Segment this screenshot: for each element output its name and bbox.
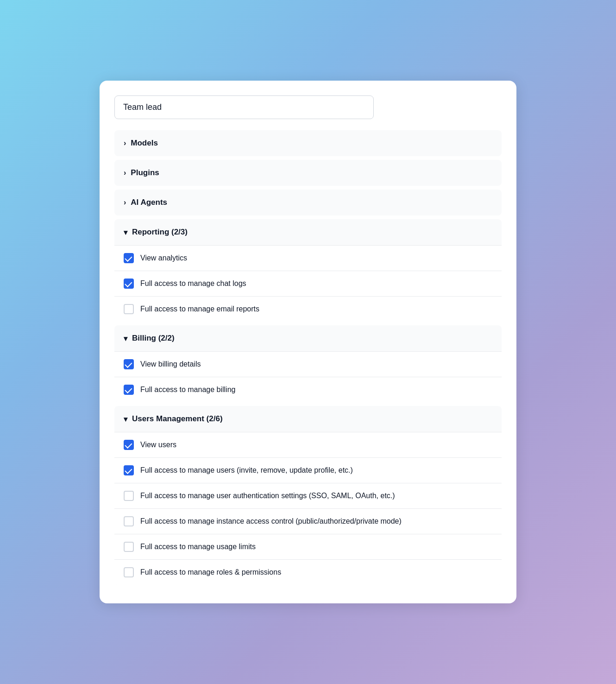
checkbox-unchecked[interactable] [124, 567, 134, 577]
permission-item: Full access to manage email reports [114, 296, 502, 322]
checkbox-wrapper[interactable] [124, 253, 134, 263]
checkbox-wrapper[interactable] [124, 304, 134, 314]
permission-item: Full access to manage billing [114, 377, 502, 402]
permission-item: View users [114, 432, 502, 457]
section-billing: ▾Billing (2/2)View billing detailsFull a… [114, 325, 502, 402]
section-ai-agents: ›AI Agents [114, 190, 502, 215]
checkbox-wrapper[interactable] [124, 491, 134, 501]
section-header-billing[interactable]: ▾Billing (2/2) [114, 325, 502, 351]
section-header-models[interactable]: ›Models [114, 130, 502, 156]
section-header-reporting[interactable]: ▾Reporting (2/3) [114, 219, 502, 245]
section-title-plugins: Plugins [131, 168, 159, 177]
checkbox-checked[interactable] [124, 359, 134, 369]
section-header-users-management[interactable]: ▾Users Management (2/6) [114, 406, 502, 432]
chevron-right-icon: › [124, 139, 126, 147]
permission-label: Full access to manage email reports [140, 305, 259, 313]
permission-label: View analytics [140, 254, 187, 262]
checkbox-wrapper[interactable] [124, 359, 134, 369]
permission-item: Full access to manage roles & permission… [114, 559, 502, 585]
chevron-down-icon: ▾ [124, 415, 127, 424]
checkbox-checked[interactable] [124, 440, 134, 450]
permission-label: Full access to manage billing [140, 386, 235, 394]
section-header-ai-agents[interactable]: ›AI Agents [114, 190, 502, 215]
section-title-reporting: Reporting (2/3) [132, 228, 188, 237]
checkbox-unchecked[interactable] [124, 491, 134, 501]
permission-label: Full access to manage user authenticatio… [140, 492, 395, 500]
permission-label: Full access to manage roles & permission… [140, 568, 281, 576]
section-title-billing: Billing (2/2) [132, 334, 175, 343]
permissions-card: ›Models›Plugins›AI Agents▾Reporting (2/3… [100, 81, 516, 603]
permission-item: Full access to manage chat logs [114, 271, 502, 296]
checkbox-wrapper[interactable] [124, 542, 134, 552]
chevron-down-icon: ▾ [124, 228, 127, 237]
checkbox-checked[interactable] [124, 465, 134, 475]
section-users-management: ▾Users Management (2/6)View usersFull ac… [114, 406, 502, 585]
chevron-down-icon: ▾ [124, 334, 127, 343]
permission-item: Full access to manage instance access co… [114, 508, 502, 534]
permission-label: Full access to manage usage limits [140, 543, 256, 551]
checkbox-unchecked[interactable] [124, 516, 134, 526]
permission-item: View analytics [114, 245, 502, 271]
permission-item: Full access to manage user authenticatio… [114, 483, 502, 508]
checkbox-wrapper[interactable] [124, 440, 134, 450]
permission-label: Full access to manage instance access co… [140, 517, 402, 526]
permission-item: View billing details [114, 351, 502, 377]
permission-label: Full access to manage users (invite, rem… [140, 466, 353, 475]
section-models: ›Models [114, 130, 502, 156]
checkbox-unchecked[interactable] [124, 542, 134, 552]
chevron-right-icon: › [124, 169, 126, 177]
section-items-billing: View billing detailsFull access to manag… [114, 351, 502, 402]
section-reporting: ▾Reporting (2/3)View analyticsFull acces… [114, 219, 502, 322]
checkbox-unchecked[interactable] [124, 304, 134, 314]
checkbox-wrapper[interactable] [124, 465, 134, 475]
permission-label: View users [140, 441, 176, 449]
checkbox-checked[interactable] [124, 253, 134, 263]
permission-label: View billing details [140, 360, 201, 368]
section-items-reporting: View analyticsFull access to manage chat… [114, 245, 502, 322]
checkbox-wrapper[interactable] [124, 385, 134, 395]
checkbox-checked[interactable] [124, 385, 134, 395]
checkbox-wrapper[interactable] [124, 516, 134, 526]
permission-label: Full access to manage chat logs [140, 279, 246, 288]
permission-item: Full access to manage users (invite, rem… [114, 457, 502, 483]
checkbox-checked[interactable] [124, 279, 134, 289]
role-name-input[interactable] [114, 95, 374, 119]
section-items-users-management: View usersFull access to manage users (i… [114, 432, 502, 585]
sections-container: ›Models›Plugins›AI Agents▾Reporting (2/3… [114, 130, 502, 585]
section-title-ai-agents: AI Agents [131, 198, 167, 207]
section-title-users-management: Users Management (2/6) [132, 414, 223, 424]
chevron-right-icon: › [124, 198, 126, 207]
checkbox-wrapper[interactable] [124, 567, 134, 577]
section-plugins: ›Plugins [114, 160, 502, 186]
section-title-models: Models [131, 139, 158, 148]
checkbox-wrapper[interactable] [124, 279, 134, 289]
permission-item: Full access to manage usage limits [114, 534, 502, 559]
section-header-plugins[interactable]: ›Plugins [114, 160, 502, 186]
